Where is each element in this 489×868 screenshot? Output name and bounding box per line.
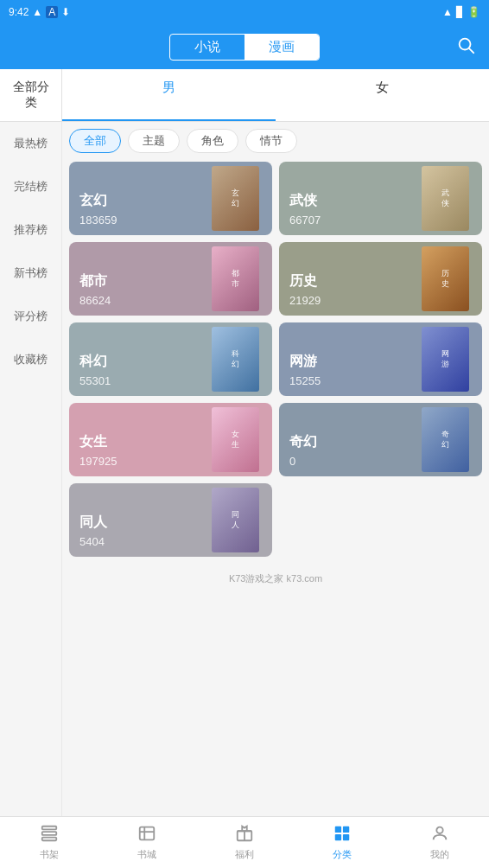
search-icon[interactable] [456,35,475,59]
card-nusheng[interactable]: 女生 197925 女生 [69,403,272,476]
card-kehuan-count: 55301 [79,374,197,387]
nav-bookshelf-label: 书架 [40,848,59,861]
chip-all[interactable]: 全部 [69,129,121,153]
status-right: ▲ ▊ 🔋 [442,6,480,18]
card-xuanhuan-title: 玄幻 [79,192,197,210]
filter-chips: 全部 主题 角色 情节 [69,129,482,153]
card-qihuan-count: 0 [289,455,407,468]
card-wangyou-count: 15255 [289,374,407,387]
mine-icon [430,824,449,846]
a-icon: A [46,6,58,18]
card-wangyou-img: 网游 [417,322,482,396]
svg-point-15 [437,827,443,833]
nav-mine[interactable]: 我的 [391,817,489,868]
card-wuxia[interactable]: 武侠 66707 武侠 [279,162,482,235]
svg-rect-3 [41,832,56,835]
tab-male[interactable]: 男 [62,69,276,121]
content-area: 全部 主题 角色 情节 玄幻 183659 玄幻 武侠 66707 [62,122,489,816]
main-content: 最热榜 完结榜 推荐榜 新书榜 评分榜 收藏榜 全部 主题 角色 情节 玄幻 1… [0,122,489,816]
card-nusheng-img: 女生 [207,403,272,476]
status-left: 9:42 ▲ A ⬇ [9,6,70,18]
tab-female[interactable]: 女 [276,69,489,121]
status-time: 9:42 [9,6,29,18]
gender-tabs: 男 女 [62,69,489,121]
nav-category[interactable]: 分类 [294,817,391,868]
card-wangyou[interactable]: 网游 15255 网游 [279,322,482,396]
card-wangyou-title: 网游 [289,353,407,371]
card-wangyou-info: 网游 15255 [279,344,417,396]
card-kehuan[interactable]: 科幻 55301 科幻 [69,322,272,396]
svg-rect-4 [41,838,56,841]
sidebar-item-hottest[interactable]: 最热榜 [0,122,61,165]
category-icon [333,824,352,846]
card-dushi[interactable]: 都市 86624 都市 [69,242,272,316]
tab-manga[interactable]: 漫画 [244,35,319,60]
welfare-icon [235,824,254,846]
bookcity-icon [137,824,156,846]
card-nusheng-info: 女生 197925 [69,424,207,476]
bottom-nav: 书架 书城 福利 [0,816,489,868]
chip-theme[interactable]: 主题 [128,129,180,153]
card-qihuan[interactable]: 奇幻 0 奇幻 [279,403,482,476]
sidebar-item-recommended[interactable]: 推荐榜 [0,208,61,252]
wifi-icon: ▲ [442,6,453,18]
chip-plot[interactable]: 情节 [245,129,297,153]
sidebar: 最热榜 完结榜 推荐榜 新书榜 评分榜 收藏榜 [0,122,62,816]
card-wuxia-count: 66707 [289,214,407,227]
nav-welfare-label: 福利 [235,848,254,861]
top-nav: 小说 漫画 [0,24,489,69]
all-category-label: 全部分类 [0,69,62,121]
card-kehuan-title: 科幻 [79,353,197,371]
svg-rect-11 [335,827,341,833]
card-kehuan-img: 科幻 [207,322,272,396]
card-xuanhuan-img: 玄幻 [207,162,272,235]
tab-novel[interactable]: 小说 [170,35,244,60]
nav-bookcity[interactable]: 书城 [98,817,195,868]
card-dushi-img: 都市 [207,242,272,316]
card-lishi-title: 历史 [289,272,407,290]
card-tongren[interactable]: 同人 5404 同人 [69,483,272,557]
card-xuanhuan-info: 玄幻 183659 [69,183,207,235]
svg-rect-5 [140,827,155,840]
nav-mine-label: 我的 [430,848,449,861]
card-tongren-title: 同人 [79,514,197,532]
card-lishi[interactable]: 历史 21929 历史 [279,242,482,316]
status-bar: 9:42 ▲ A ⬇ ▲ ▊ 🔋 [0,0,489,24]
card-dushi-count: 86624 [79,294,197,307]
card-qihuan-info: 奇幻 0 [279,424,417,476]
nav-welfare[interactable]: 福利 [195,817,293,868]
category-tabs: 全部分类 男 女 [0,69,489,122]
card-lishi-img: 历史 [417,242,482,316]
nav-category-label: 分类 [333,848,352,861]
svg-rect-14 [343,834,349,840]
card-lishi-count: 21929 [289,294,407,307]
chip-character[interactable]: 角色 [187,129,238,153]
card-lishi-info: 历史 21929 [279,264,417,316]
svg-rect-13 [335,834,341,840]
nav-bookshelf[interactable]: 书架 [0,817,98,868]
card-nusheng-count: 197925 [79,455,197,468]
download-icon: ⬇ [61,6,70,18]
sidebar-item-rated[interactable]: 评分榜 [0,295,61,338]
category-cards-grid: 玄幻 183659 玄幻 武侠 66707 武侠 [69,162,482,557]
content-type-tabs: 小说 漫画 [169,34,320,61]
sidebar-item-favorites[interactable]: 收藏榜 [0,338,61,381]
bookshelf-icon [40,824,59,846]
card-kehuan-info: 科幻 55301 [69,344,207,396]
sidebar-item-finished[interactable]: 完结榜 [0,165,61,208]
card-qihuan-img: 奇幻 [417,403,482,476]
svg-line-1 [469,48,473,53]
signal-icon: ▊ [456,6,464,18]
watermark: K73游戏之家 k73.com [229,572,322,585]
card-tongren-img: 同人 [207,483,272,557]
card-tongren-count: 5404 [79,535,197,548]
card-qihuan-title: 奇幻 [289,433,407,451]
battery-icon: 🔋 [467,6,480,18]
nav-bookcity-label: 书城 [137,848,156,861]
card-wuxia-info: 武侠 66707 [279,183,417,235]
svg-rect-2 [41,827,56,830]
card-wuxia-title: 武侠 [289,192,407,210]
card-tongren-info: 同人 5404 [69,505,207,557]
card-xuanhuan[interactable]: 玄幻 183659 玄幻 [69,162,272,235]
sidebar-item-newbooks[interactable]: 新书榜 [0,252,61,295]
